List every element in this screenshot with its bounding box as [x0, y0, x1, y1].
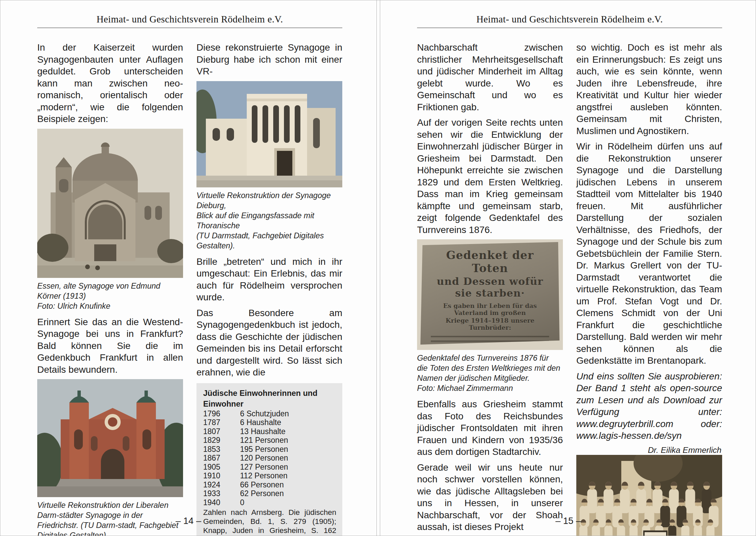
magazine-spread: Heimat- und Geschichtsverein Rödelheim e… — [0, 0, 756, 536]
population-row: 1910112 Personen — [203, 471, 336, 480]
page-15-column-2: so wichtig. Doch es ist mehr als ein Eri… — [576, 42, 722, 536]
paragraph-vorige-seite: Auf der vorigen Seite rechts unten sehen… — [417, 117, 563, 236]
essen-synagogue-illustration — [37, 129, 183, 278]
paragraph-ebenfalls: Ebenfalls aus Griesheim stammt das Foto … — [417, 398, 563, 458]
population-row: 193362 Personen — [203, 489, 336, 498]
page-15: Heimat- und Geschichtsverein Rödelheim e… — [380, 0, 756, 536]
population-table: Jüdische Einwohnerinnen und Einwohner 17… — [196, 383, 342, 536]
page-14-column-2: Diese rekonstruierte Synagoge in Dieburg… — [196, 42, 342, 536]
page-gutter-divider — [376, 0, 380, 536]
header-rule — [37, 27, 342, 28]
darmstadt-synagogue-illustration — [37, 379, 183, 497]
paragraph-so-wichtig: so wichtig. Doch es ist mehr als ein Eri… — [576, 42, 722, 137]
page-header-title: Heimat- und Geschichtsverein Rödelheim e… — [417, 14, 722, 25]
page-15-column-1: Nachbarschaft zwischen christlicher Mehr… — [417, 42, 563, 536]
page-number-14: – 14 – — [0, 516, 376, 526]
page-14: Heimat- und Geschichtsverein Rödelheim e… — [0, 0, 376, 536]
paragraph-diese-rekonstruierte: Diese rekonstruierte Synagoge in Dieburg… — [196, 42, 342, 77]
header-rule — [417, 27, 722, 28]
page-header-title: Heimat- und Geschichtsverein Rödelheim e… — [37, 14, 342, 25]
population-row: 17966 Schutzjuden — [203, 409, 336, 418]
caption-essen: Essen, alte Synagoge von Edmund Körner (… — [37, 281, 183, 311]
paragraph-nachbarschaft: Nachbarschaft zwischen christlicher Mehr… — [417, 42, 563, 113]
population-table-title: Jüdische Einwohnerinnen und Einwohner — [203, 388, 336, 409]
paragraph-kaiserzeit: In der Kaiserzeit wurden Synagogenbauten… — [37, 42, 183, 125]
dieburg-synagogue-illustration — [196, 81, 342, 187]
photo-darmstadt-synagogue — [37, 379, 183, 497]
caption-plaque: Gedenktafel des Turnvereins 1876 für die… — [417, 353, 563, 393]
plaque-subheading-line1: Es gaben ihr Leben für das Vaterland im … — [428, 302, 552, 316]
photo-memorial-plaque: Gedenket der Toten und Dessen wofür sie … — [417, 239, 563, 350]
population-row: 1853195 Personen — [203, 445, 336, 454]
memorial-plaque: Gedenket der Toten und Dessen wofür sie … — [420, 242, 560, 345]
page-14-columns: In der Kaiserzeit wurden Synagogenbauten… — [37, 42, 342, 536]
page-number-15: – 15 – — [380, 516, 756, 526]
population-row: 1829121 Personen — [203, 436, 336, 445]
population-row: 1867120 Personen — [203, 454, 336, 463]
population-row: 17876 Haushalte — [203, 418, 336, 427]
paragraph-brille: Brille „betreten“ und mich in ihr umgesc… — [196, 256, 342, 303]
population-row: 192466 Personen — [203, 480, 336, 489]
photo-essen-synagogue — [37, 129, 183, 278]
page-15-columns: Nachbarschaft zwischen christlicher Mehr… — [417, 42, 722, 536]
plaque-heading-line1: Gedenket der Toten — [428, 249, 552, 275]
author-signature: Dr. Eilika Emmerlich — [576, 445, 721, 455]
plaque-subheading-line2: Kriege 1914–1918 unsere Turnbrüder: — [428, 317, 552, 331]
population-row: 19400 — [203, 498, 336, 507]
paragraph-ausprobieren: Und eins sollten Sie ausprobieren: Der B… — [576, 370, 722, 442]
paragraph-erinnert: Erinnert Sie das an die Westend-Synagoge… — [37, 316, 183, 376]
caption-dieburg: Virtuelle Rekonstruktion der Synagoge Di… — [196, 190, 342, 251]
paragraph-roedelheim: Wir in Rödelheim dürfen uns auf die Reko… — [576, 140, 722, 367]
population-row: 1905127 Personen — [203, 463, 336, 472]
paragraph-besondere: Das Besondere am Synagogengedenkbuch ist… — [196, 307, 342, 378]
population-row: 180713 Haushalte — [203, 427, 336, 436]
population-table-rows: 17966 Schutzjuden17876 Haushalte180713 H… — [203, 409, 336, 507]
plaque-heading-line2: und Dessen wofür sie starben· — [428, 276, 552, 299]
page-14-column-1: In der Kaiserzeit wurden Synagogenbauten… — [37, 42, 183, 536]
photo-dieburg-synagogue — [196, 81, 342, 187]
